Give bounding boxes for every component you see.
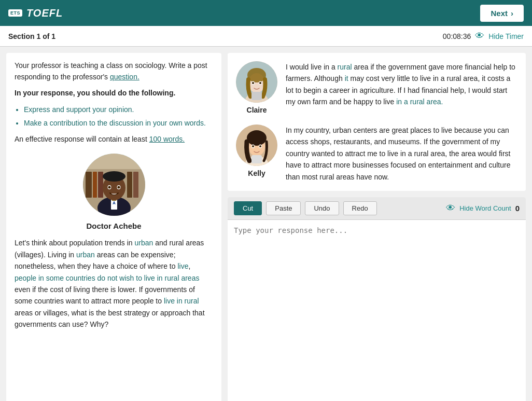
eye-icon: 👁 — [475, 31, 484, 42]
claire-avatar — [236, 61, 277, 103]
left-panel: Your professor is teaching a class on so… — [6, 53, 221, 401]
instruction-bold: In your response, you should do the foll… — [15, 88, 213, 99]
kelly-response: Kelly In my country, urban centers are g… — [236, 125, 517, 183]
kelly-text: In my country, urban centers are great p… — [286, 125, 517, 183]
word-count-link: 100 words. — [149, 135, 185, 143]
svg-rect-25 — [251, 92, 262, 100]
kelly-name: Kelly — [248, 169, 265, 177]
writing-card: Cut Paste Undo Redo 👁 Hide Word Count 0 — [228, 197, 526, 401]
cut-button[interactable]: Cut — [234, 201, 262, 215]
svg-point-29 — [247, 130, 267, 146]
kelly-avatar — [236, 125, 277, 166]
professor-svg — [83, 154, 145, 216]
timer-display: 00:08:36 — [443, 32, 471, 40]
next-label: Next — [491, 9, 508, 18]
writing-textarea[interactable] — [228, 220, 526, 365]
hl-urban: urban — [135, 239, 153, 247]
effective-response: An effective response will contain at le… — [15, 134, 213, 145]
svg-point-12 — [103, 171, 125, 182]
header: ETS TOEFL Next › — [0, 0, 532, 26]
hide-word-count-button[interactable]: Hide Word Count — [459, 204, 511, 212]
toefl-logo: TOEFL — [26, 7, 63, 19]
undo-button[interactable]: Undo — [305, 201, 339, 215]
svg-point-33 — [259, 145, 261, 147]
svg-point-16 — [117, 186, 120, 189]
professor-speech: Let's think about population trends in u… — [15, 237, 213, 330]
ets-badge: ETS — [8, 9, 22, 17]
claire-text: I would live in a rural area if the gove… — [286, 61, 517, 114]
hl-live2: live in rural — [164, 297, 199, 305]
svg-point-24 — [259, 82, 261, 84]
professor-avatar — [83, 154, 145, 216]
word-count-number: 0 — [515, 204, 520, 213]
redo-button[interactable]: Redo — [343, 201, 377, 215]
claire-avatar-col: Claire — [236, 61, 277, 114]
svg-point-15 — [108, 186, 110, 189]
hl-urban2: urban — [76, 251, 95, 259]
section-label: Section 1 of 1 — [8, 32, 55, 40]
claire-svg — [236, 61, 277, 103]
question-link[interactable]: question. — [110, 73, 139, 81]
section-bar: Section 1 of 1 00:08:36 👁 Hide Timer — [0, 26, 532, 47]
hide-word-count-label: Hide Word Count — [459, 204, 511, 212]
word-count-area: 👁 Hide Word Count 0 — [446, 203, 520, 214]
svg-rect-3 — [93, 172, 97, 198]
claire-name: Claire — [247, 106, 267, 114]
svg-rect-2 — [86, 172, 92, 198]
svg-point-23 — [252, 82, 254, 84]
claire-response: Claire I would live in a rural area if t… — [236, 61, 517, 114]
logo-area: ETS TOEFL — [8, 7, 63, 19]
svg-rect-34 — [251, 155, 262, 163]
intro-paragraph: Your professor is teaching a class on so… — [15, 60, 213, 82]
main-content: Your professor is teaching a class on so… — [0, 47, 532, 401]
word-count-eye-icon: 👁 — [446, 203, 455, 214]
next-button[interactable]: Next › — [480, 5, 524, 22]
next-arrow-icon: › — [511, 9, 513, 18]
bullet-2: Make a contribution to the discussion in… — [24, 118, 213, 129]
instruction-bullets: Express and support your opinion. Make a… — [24, 104, 213, 129]
right-panel: Claire I would live in a rural area if t… — [228, 53, 526, 401]
svg-rect-6 — [133, 172, 138, 198]
bullet-1: Express and support your opinion. — [24, 104, 213, 116]
svg-rect-4 — [98, 172, 103, 198]
hide-timer-button[interactable]: Hide Timer — [488, 32, 524, 40]
professor-image-container: Doctor Achebe — [15, 154, 213, 232]
hl-people: people in some countries do not wish to … — [15, 274, 199, 282]
svg-rect-5 — [127, 172, 132, 198]
responses-card: Claire I would live in a rural area if t… — [228, 53, 526, 191]
professor-name: Doctor Achebe — [86, 220, 141, 232]
hl-live: live — [177, 262, 188, 270]
timer-area: 00:08:36 👁 Hide Timer — [443, 31, 524, 42]
writing-toolbar: Cut Paste Undo Redo 👁 Hide Word Count 0 — [228, 197, 526, 220]
svg-point-32 — [252, 145, 254, 147]
kelly-svg — [236, 125, 277, 166]
paste-button[interactable]: Paste — [266, 201, 301, 215]
kelly-avatar-col: Kelly — [236, 125, 277, 183]
